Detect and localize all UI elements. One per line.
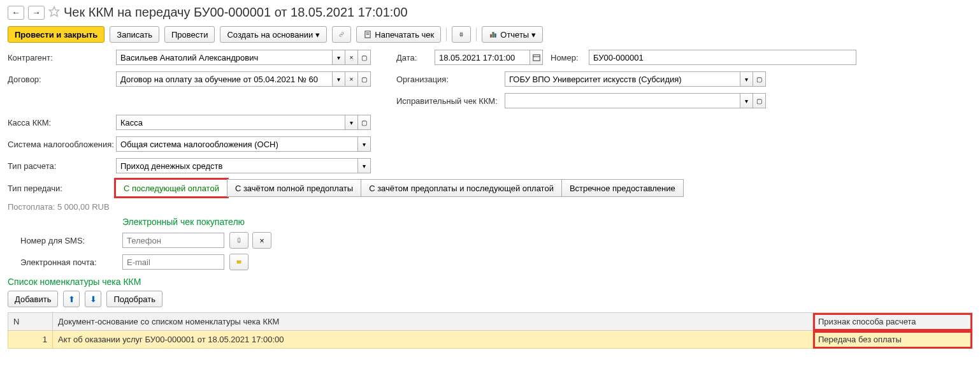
counterparty-label: Контрагент:: [8, 53, 116, 62]
nomenclature-table: N Документ-основание со списком номенкла…: [8, 312, 972, 349]
chevron-down-icon: ▾: [315, 30, 320, 40]
move-up-button[interactable]: ⬆: [63, 291, 80, 307]
corr-label: Исправительный чек ККМ:: [396, 96, 505, 106]
printer-icon: [459, 30, 464, 39]
open-button[interactable]: ▢: [358, 50, 371, 65]
dropdown-button[interactable]: ▾: [333, 71, 345, 87]
org-label: Организация:: [396, 75, 505, 84]
chevron-down-icon: ▾: [531, 30, 536, 40]
post-and-close-button[interactable]: Провести и закрыть: [8, 26, 104, 43]
calc-type-input[interactable]: [116, 158, 358, 173]
postpay-text: Постоплата: 5 000,00 RUB: [8, 202, 972, 212]
svg-rect-8: [493, 33, 494, 38]
nav-back-button[interactable]: ←: [8, 6, 24, 20]
svg-marker-0: [50, 7, 59, 17]
col-n: N: [8, 313, 53, 331]
receipt-icon: [363, 30, 372, 39]
open-button[interactable]: ▢: [753, 71, 766, 87]
link-button[interactable]: [332, 26, 351, 43]
arrow-left-icon: ←: [11, 8, 20, 17]
post-button[interactable]: Провести: [164, 26, 215, 43]
list-toolbar: Добавить ⬆ ⬇ Подобрать: [8, 291, 972, 307]
contract-label: Договор:: [8, 75, 116, 84]
cell-doc: Акт об оказании услуг БУ00-000001 от 18.…: [53, 331, 813, 349]
calc-type-label: Тип расчета:: [8, 161, 116, 171]
clear-button[interactable]: ×: [345, 71, 358, 87]
pick-button[interactable]: Подобрать: [106, 291, 162, 307]
email-button[interactable]: [229, 254, 249, 270]
reports-button[interactable]: Отчеты ▾: [482, 26, 543, 43]
open-button[interactable]: ▢: [358, 71, 371, 87]
svg-rect-12: [238, 238, 240, 243]
transfer-option-2[interactable]: С зачётом предоплаты и последующей оплат…: [361, 179, 562, 197]
cell-n: 1: [8, 331, 53, 349]
nav-forward-button[interactable]: →: [28, 6, 45, 20]
sms-input[interactable]: [122, 233, 224, 248]
date-input[interactable]: [435, 50, 530, 65]
chart-icon: [489, 30, 498, 39]
arrow-right-icon: →: [32, 8, 40, 17]
phone-icon: [236, 236, 241, 245]
toolbar: Провести и закрыть Записать Провести Соз…: [8, 26, 972, 43]
number-label: Номер:: [551, 53, 589, 62]
transfer-option-3[interactable]: Встречное предоставление: [561, 179, 684, 197]
open-button[interactable]: ▢: [358, 115, 371, 130]
dropdown-button[interactable]: ▾: [740, 93, 753, 108]
clear-button[interactable]: ×: [345, 50, 358, 65]
contract-input[interactable]: [116, 71, 333, 87]
date-label: Дата:: [396, 53, 435, 62]
open-button[interactable]: ▢: [753, 93, 766, 108]
corr-input[interactable]: [505, 93, 740, 108]
tax-label: Система налогообложения:: [8, 140, 116, 149]
counterparty-input[interactable]: [116, 50, 333, 65]
dropdown-button[interactable]: ▾: [740, 71, 753, 87]
cell-sign: Передача без оплаты: [813, 331, 972, 349]
dropdown-button[interactable]: ▾: [333, 50, 345, 65]
svg-rect-9: [495, 34, 496, 38]
dropdown-button[interactable]: ▾: [345, 115, 358, 130]
divider: [446, 27, 447, 41]
print-check-button[interactable]: Напечатать чек: [356, 26, 441, 43]
transfer-option-1[interactable]: С зачётом полной предоплаты: [227, 179, 361, 197]
dropdown-button[interactable]: ▾: [358, 158, 371, 173]
sms-label: Номер для SMS:: [20, 236, 122, 245]
page-title: Чек ККМ на передачу БУ00-000001 от 18.05…: [64, 5, 408, 20]
calendar-icon: [532, 53, 541, 62]
sms-phone-button[interactable]: [229, 232, 249, 249]
print-button[interactable]: [452, 26, 471, 43]
col-sign: Признак способа расчета: [813, 313, 972, 331]
divider: [476, 27, 477, 41]
kkm-label: Касса ККМ:: [8, 118, 116, 127]
org-input[interactable]: [505, 71, 740, 87]
svg-rect-5: [461, 33, 463, 34]
col-doc: Документ-основание со списком номенклату…: [53, 313, 813, 331]
echeck-title: Электронный чек покупателю: [122, 217, 972, 227]
email-input[interactable]: [122, 254, 224, 270]
arrow-down-icon: ⬇: [90, 294, 97, 304]
envelope-icon: [236, 258, 241, 266]
sms-clear-button[interactable]: ×: [252, 232, 271, 249]
star-icon[interactable]: [48, 6, 60, 19]
header-row: ← → Чек ККМ на передачу БУ00-000001 от 1…: [8, 5, 972, 20]
arrow-up-icon: ⬆: [68, 294, 75, 304]
svg-rect-7: [491, 34, 492, 38]
tax-input[interactable]: [116, 136, 358, 152]
add-button[interactable]: Добавить: [8, 291, 58, 307]
list-title: Список номенклатуры чека ККМ: [8, 277, 972, 287]
save-button[interactable]: Записать: [110, 26, 159, 43]
transfer-type-label: Тип передачи:: [8, 184, 116, 193]
email-label: Электронная почта:: [20, 258, 122, 267]
calendar-button[interactable]: [530, 50, 543, 65]
create-based-on-button[interactable]: Создать на основании ▾: [220, 26, 327, 43]
dropdown-button[interactable]: ▾: [358, 136, 371, 152]
table-row[interactable]: 1 Акт об оказании услуг БУ00-000001 от 1…: [8, 331, 972, 349]
number-input[interactable]: [589, 50, 856, 65]
transfer-type-toggle: С последующей оплатой С зачётом полной п…: [116, 179, 684, 197]
link-icon: [339, 30, 344, 39]
svg-rect-10: [533, 55, 540, 61]
transfer-option-0[interactable]: С последующей оплатой: [115, 179, 227, 197]
move-down-button[interactable]: ⬇: [85, 291, 101, 307]
kkm-input[interactable]: [116, 115, 345, 130]
